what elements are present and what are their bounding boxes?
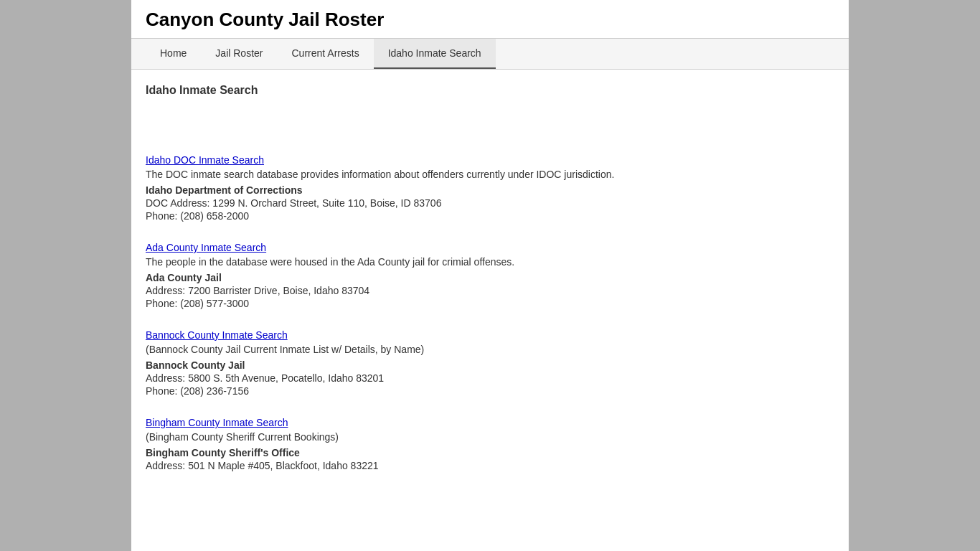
idoc-description: The DOC inmate search database provides … [146,169,834,180]
ada-inmate-search-link[interactable]: Ada County Inmate Search [146,242,266,253]
bannock-address: Address: 5800 S. 5th Avenue, Pocatello, … [146,372,834,384]
bannock-org-name: Bannock County Jail [146,359,834,371]
ada-address: Address: 7200 Barrister Drive, Boise, Id… [146,285,834,296]
search-entry-idoc: Idaho DOC Inmate Search The DOC inmate s… [146,154,834,222]
site-title: Canyon County Jail Roster [146,9,834,31]
bingham-address: Address: 501 N Maple #405, Blackfoot, Id… [146,460,834,471]
nav-item-jail-roster[interactable]: Jail Roster [201,39,277,69]
ada-phone: Phone: (208) 577-3000 [146,298,834,309]
page-heading: Idaho Inmate Search [146,84,834,97]
bingham-inmate-search-link[interactable]: Bingham County Inmate Search [146,417,288,428]
bannock-inmate-search-link[interactable]: Bannock County Inmate Search [146,329,288,341]
main-content: Idaho Inmate Search Idaho DOC Inmate Sea… [131,70,849,506]
search-entry-bannock: Bannock County Inmate Search (Bannock Co… [146,329,834,397]
idoc-address: DOC Address: 1299 N. Orchard Street, Sui… [146,197,834,209]
ada-org-name: Ada County Jail [146,272,834,283]
bingham-description: (Bingham County Sheriff Current Bookings… [146,431,834,443]
bannock-phone: Phone: (208) 236-7156 [146,385,834,397]
idoc-org-name: Idaho Department of Corrections [146,184,834,196]
search-entry-bingham: Bingham County Inmate Search (Bingham Co… [146,417,834,471]
bingham-org-name: Bingham County Sheriff's Office [146,447,834,458]
ada-description: The people in the database were housed i… [146,256,834,268]
bannock-description: (Bannock County Jail Current Inmate List… [146,344,834,355]
idoc-inmate-search-link[interactable]: Idaho DOC Inmate Search [146,154,264,166]
idoc-phone: Phone: (208) 658-2000 [146,210,834,222]
nav-item-idaho-inmate-search[interactable]: Idaho Inmate Search [374,39,496,69]
nav-bar: Home Jail Roster Current Arrests Idaho I… [131,38,849,70]
nav-item-current-arrests[interactable]: Current Arrests [278,39,374,69]
nav-item-home[interactable]: Home [146,39,201,69]
search-entry-ada: Ada County Inmate Search The people in t… [146,242,834,309]
